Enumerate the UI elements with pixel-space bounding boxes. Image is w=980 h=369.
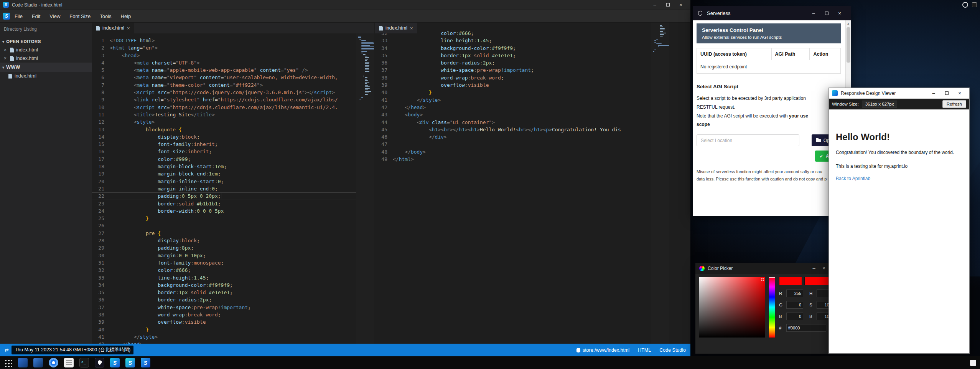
- open-editor-item[interactable]: × index.html: [0, 46, 92, 54]
- code-line[interactable]: 39 overflow:visible: [375, 81, 651, 89]
- code-line[interactable]: 19 margin-block-end:1em;: [92, 170, 356, 177]
- code-line[interactable]: 47: [375, 141, 651, 148]
- code-line[interactable]: 42 </head>: [92, 341, 356, 344]
- code-line[interactable]: 33 line-height:1.45;: [375, 37, 651, 44]
- code-line[interactable]: 34 background-color:#f9f9f9;: [375, 45, 651, 52]
- code-line[interactable]: 21 margin-inline-end:0;: [92, 185, 356, 192]
- maximize-button[interactable]: [820, 9, 833, 18]
- code-studio-icon[interactable]: S: [110, 358, 120, 367]
- code-line[interactable]: 16 font-size:inherit;: [92, 148, 356, 155]
- minimize-button[interactable]: –: [809, 264, 819, 273]
- close-button[interactable]: ×: [953, 89, 966, 98]
- code-line[interactable]: 41 </style>: [375, 96, 651, 104]
- text-document-icon[interactable]: [64, 358, 74, 367]
- window-app-icon[interactable]: [33, 358, 43, 367]
- title-bar[interactable]: Serverless – ×: [693, 6, 851, 20]
- back-link[interactable]: Back to Aprintlab: [836, 176, 870, 181]
- green-input[interactable]: [786, 301, 803, 309]
- code-line[interactable]: 33 line-height:1.45;: [92, 274, 356, 281]
- code-line[interactable]: 4 <meta charset="UTF-8">: [92, 59, 356, 66]
- tree-file-item[interactable]: index.html: [0, 72, 92, 80]
- code-line[interactable]: 38 word-wrap:break-word;: [92, 311, 356, 318]
- title-bar[interactable]: Responsive Design Viewer – ×: [829, 88, 969, 99]
- code-line[interactable]: 12 <style>: [92, 118, 356, 126]
- code-line[interactable]: 1 <!DOCTYPE html>: [92, 37, 356, 44]
- tab-close-icon[interactable]: ×: [410, 25, 413, 31]
- red-input[interactable]: [786, 290, 803, 297]
- code-line[interactable]: 49 </html>: [375, 156, 651, 163]
- code-line[interactable]: 13 blockquote {: [92, 126, 356, 133]
- blue-input[interactable]: [786, 313, 803, 320]
- minimize-button[interactable]: –: [927, 89, 940, 98]
- hue-slider[interactable]: [769, 277, 775, 338]
- terminal-icon[interactable]: [79, 358, 89, 367]
- code-line[interactable]: 46 </div>: [375, 133, 651, 141]
- serverless-app-icon[interactable]: [95, 358, 104, 367]
- maximize-button[interactable]: [940, 89, 953, 98]
- maximize-button[interactable]: [661, 0, 674, 10]
- language-mode[interactable]: HTML: [638, 347, 651, 353]
- minimap[interactable]: [651, 23, 669, 344]
- code-line[interactable]: 31 font-family:monospace;: [92, 259, 356, 266]
- code-line[interactable]: 24 border-width:0 0 0 5px: [92, 207, 356, 215]
- refresh-button[interactable]: Refresh: [942, 100, 966, 108]
- tab-close-icon[interactable]: ×: [127, 25, 130, 31]
- file-path[interactable]: store:/www/index.html: [576, 347, 629, 353]
- code-line[interactable]: 27 pre {: [92, 230, 356, 237]
- code-editor[interactable]: 32 color:#666; 33 line-height:1.45; 34: [375, 23, 651, 344]
- code-line[interactable]: 40 }: [92, 326, 356, 333]
- code-line[interactable]: 36 border-radius:2px;: [92, 296, 356, 303]
- code-line[interactable]: 17 color:#999;: [92, 156, 356, 163]
- chromium-icon[interactable]: [49, 358, 58, 367]
- close-icon[interactable]: ×: [4, 47, 8, 53]
- hex-input[interactable]: [786, 324, 826, 332]
- code-line[interactable]: 40 }: [375, 89, 651, 96]
- code-line[interactable]: 8 <script src="https://code.jquery.com/j…: [92, 89, 356, 96]
- code-line[interactable]: 5 <meta name="apple-mobile-web-app-capab…: [92, 66, 356, 74]
- code-line[interactable]: 37 white-space:pre-wrap!important;: [375, 66, 651, 74]
- code-line[interactable]: 37 white-space:pre-wrap!important;: [92, 304, 356, 311]
- code-line[interactable]: 32 color:#666;: [92, 266, 356, 274]
- code-line[interactable]: 35 border:1px solid #e1e1e1;: [375, 52, 651, 59]
- minimize-button[interactable]: –: [807, 9, 820, 18]
- scrollbar-thumb[interactable]: [847, 27, 850, 63]
- tray-grid-icon[interactable]: [972, 2, 977, 7]
- code-line[interactable]: 14 display:block;: [92, 133, 356, 141]
- code-line[interactable]: 38 word-wrap:break-word;: [375, 74, 651, 81]
- code-line[interactable]: 26: [92, 222, 356, 229]
- window-app-icon[interactable]: [18, 358, 28, 367]
- menu-item[interactable]: Tools: [95, 13, 116, 19]
- code-line[interactable]: 41 </style>: [92, 333, 356, 341]
- code-line[interactable]: 23 border:solid #b1b1b1;: [92, 200, 356, 207]
- code-studio-icon[interactable]: S: [141, 358, 150, 367]
- close-button[interactable]: ×: [819, 264, 829, 273]
- code-line[interactable]: 28 display:block;: [92, 237, 356, 244]
- show-desktop-button[interactable]: [970, 360, 976, 366]
- code-studio-icon[interactable]: S: [125, 358, 135, 367]
- code-line[interactable]: 3 <head>: [92, 52, 356, 59]
- scroll-up-icon[interactable]: ▲: [846, 20, 851, 25]
- sync-icon[interactable]: ⇄: [5, 347, 8, 353]
- minimap[interactable]: [356, 33, 374, 344]
- code-line[interactable]: 9 <link rel="stylesheet" href="https://c…: [92, 96, 356, 103]
- current-color-swatch[interactable]: [779, 277, 802, 285]
- code-line[interactable]: 39 overflow:visible: [92, 318, 356, 326]
- title-bar[interactable]: Color Picker – ×: [695, 263, 833, 274]
- previous-color-swatch[interactable]: [804, 277, 829, 285]
- sv-selector[interactable]: [761, 278, 764, 281]
- app-launcher-icon[interactable]: [4, 359, 12, 367]
- location-input[interactable]: [697, 134, 799, 146]
- code-editor[interactable]: 1 <!DOCTYPE html> 2 <html lang="en"> 3 <…: [92, 33, 356, 344]
- code-line[interactable]: 7 <meta name="theme-color" content="#ff9…: [92, 81, 356, 89]
- window-size-value[interactable]: 361px x 627px: [862, 101, 898, 108]
- status-ring-icon[interactable]: [962, 2, 968, 8]
- tab-index-html[interactable]: index.html ×: [92, 23, 134, 33]
- menu-item[interactable]: File: [10, 13, 27, 19]
- title-bar[interactable]: S Code Studio - index.html – ×: [0, 0, 690, 10]
- code-line[interactable]: 30 margin:0 0 10px;: [92, 252, 356, 259]
- close-icon[interactable]: ×: [4, 56, 8, 61]
- code-line[interactable]: 20 margin-inline-start:0;: [92, 178, 356, 185]
- saturation-brightness-field[interactable]: [699, 277, 765, 338]
- code-line[interactable]: 18 margin-block-start:1em;: [92, 163, 356, 170]
- code-line[interactable]: 35 border:1px solid #e1e1e1;: [92, 289, 356, 296]
